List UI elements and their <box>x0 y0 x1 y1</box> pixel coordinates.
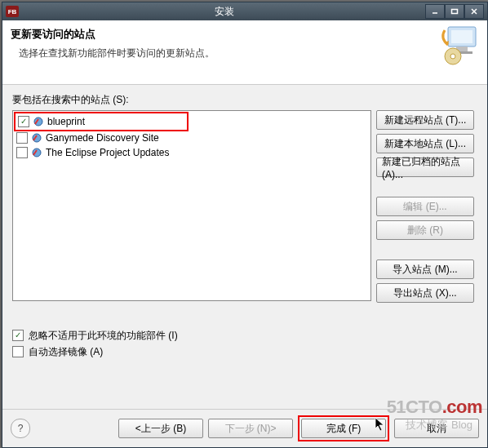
svg-point-9 <box>450 54 455 59</box>
site-name: blueprint <box>47 116 85 127</box>
export-sites-button[interactable]: 导出站点 (X)... <box>376 283 474 303</box>
banner-subtext: 选择在查找新功能部件时要访问的更新站点。 <box>19 47 479 60</box>
install-icon <box>437 22 482 70</box>
site-icon <box>31 132 42 144</box>
title-bar: FB 安装 <box>2 2 487 20</box>
edit-button: 编辑 (E)... <box>376 197 474 216</box>
import-sites-button[interactable]: 导入站点 (M)... <box>376 259 474 279</box>
close-button[interactable] <box>464 4 484 19</box>
minimize-button[interactable] <box>425 4 445 19</box>
wizard-banner: 更新要访问的站点 选择在查找新功能部件时要访问的更新站点。 <box>2 20 487 85</box>
list-item[interactable]: The Eclipse Project Updates <box>15 145 369 160</box>
next-button: 下一步 (N)> <box>208 419 293 438</box>
sites-list-label: 要包括在搜索中的站点 (S): <box>12 93 477 107</box>
site-checkbox[interactable] <box>16 132 28 144</box>
side-button-column: 新建远程站点 (T)... 新建本地站点 (L)... 新建已归档的站点 (A)… <box>376 110 474 303</box>
svg-rect-1 <box>452 10 458 14</box>
ignore-env-checkbox[interactable]: ✓ <box>12 330 24 341</box>
site-checkbox[interactable]: ✓ <box>18 116 29 127</box>
site-icon <box>33 116 44 127</box>
banner-heading: 更新要访问的站点 <box>11 27 479 42</box>
auto-mirror-checkbox[interactable] <box>12 346 24 357</box>
ignore-env-label: 忽略不适用于此环境的功能部件 (I) <box>29 329 178 343</box>
site-checkbox[interactable] <box>16 147 28 158</box>
sites-list[interactable]: ✓ blueprint Ganymede Discovery Site <box>12 110 371 301</box>
cancel-button[interactable]: 取消 <box>394 419 479 438</box>
svg-point-10 <box>34 118 42 126</box>
back-button[interactable]: <上一步 (B) <box>118 419 203 438</box>
window-title: 安装 <box>24 5 425 19</box>
options-group: ✓ 忽略不适用于此环境的功能部件 (I) 自动选择镜像 (A) <box>12 327 477 360</box>
auto-mirror-label: 自动选择镜像 (A) <box>29 345 103 359</box>
remove-button: 删除 (R) <box>376 220 474 240</box>
new-remote-site-button[interactable]: 新建远程站点 (T)... <box>376 110 474 130</box>
site-name: The Eclipse Project Updates <box>46 147 169 158</box>
site-icon <box>31 147 42 158</box>
help-button[interactable]: ? <box>11 419 30 438</box>
new-archived-site-button[interactable]: 新建已归档的站点 (A)... <box>376 157 474 177</box>
svg-point-12 <box>33 149 41 157</box>
svg-point-11 <box>33 134 41 142</box>
app-badge: FB <box>6 6 19 17</box>
list-item[interactable]: Ganymede Discovery Site <box>15 131 369 145</box>
list-item[interactable]: ✓ blueprint <box>16 114 186 129</box>
svg-rect-5 <box>451 30 472 43</box>
window-controls <box>425 4 484 19</box>
maximize-button[interactable] <box>445 4 464 19</box>
site-name: Ganymede Discovery Site <box>46 132 159 144</box>
new-local-site-button[interactable]: 新建本地站点 (L)... <box>376 134 474 153</box>
wizard-nav-bar: ? <上一步 (B) 下一步 (N)> 完成 (F) 取消 <box>2 409 487 447</box>
wizard-body: 要包括在搜索中的站点 (S): ✓ blueprint <box>2 85 487 409</box>
finish-button[interactable]: 完成 (F) <box>301 419 386 438</box>
